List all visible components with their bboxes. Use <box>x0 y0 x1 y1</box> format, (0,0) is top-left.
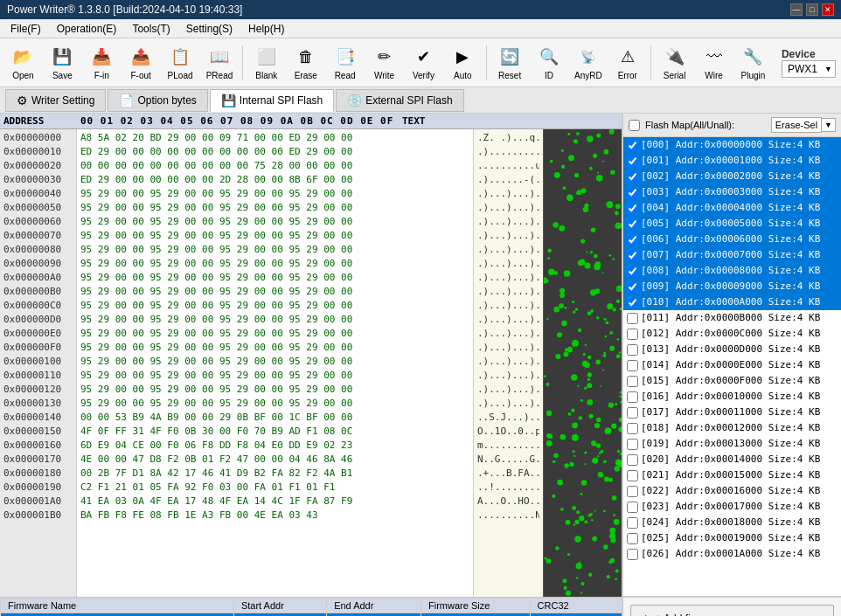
hex-bytes-cell[interactable]: 95 29 00 00 95 29 00 00 95 29 00 00 95 2… <box>80 243 469 257</box>
hex-bytes-cell[interactable]: 95 29 00 00 95 29 00 00 95 29 00 00 95 2… <box>80 355 469 369</box>
anyrd-button[interactable]: 📡 AnyRD <box>570 42 606 84</box>
menu-tools[interactable]: Tools(T) <box>125 21 177 37</box>
erase-sel-button[interactable]: Erase-Sel ▼ <box>771 117 836 133</box>
flash-list-item[interactable]: [009] Addr:0x00009000 Size:4 KB <box>623 279 841 294</box>
hex-bytes-cell[interactable]: 95 29 00 00 95 29 00 00 95 29 00 00 95 2… <box>80 313 469 327</box>
hex-bytes-cell[interactable]: 95 29 00 00 95 29 00 00 95 29 00 00 95 2… <box>80 187 469 201</box>
close-button[interactable]: ✕ <box>822 3 834 16</box>
write-button[interactable]: ✏ Write <box>366 42 402 84</box>
wire-button[interactable]: 〰 Wire <box>696 42 732 84</box>
flash-list-item[interactable]: [025] Addr:0x00019000 Size:4 KB <box>623 530 841 546</box>
plugin-button[interactable]: 🔧 Plugin <box>735 42 771 84</box>
flash-list-item[interactable]: [017] Addr:0x00011000 Size:4 KB <box>623 405 841 420</box>
hex-bytes-cell[interactable]: ED 29 00 00 00 00 00 00 00 00 00 00 ED 2… <box>80 145 469 159</box>
open-button[interactable]: 📂 Open <box>5 42 41 84</box>
hex-bytes-cell[interactable]: 95 29 00 00 95 29 00 00 95 29 00 00 95 2… <box>80 285 469 299</box>
hex-bytes-cell[interactable]: 95 29 00 00 95 29 00 00 95 29 00 00 95 2… <box>80 369 469 383</box>
flash-item-checkbox[interactable] <box>627 297 638 308</box>
flash-item-checkbox[interactable] <box>627 502 638 513</box>
flash-list-item[interactable]: [001] Addr:0x00001000 Size:4 KB <box>623 153 841 169</box>
hex-bytes-cell[interactable]: 95 29 00 00 95 29 00 00 95 29 00 00 95 2… <box>80 341 469 355</box>
flash-item-checkbox[interactable] <box>627 281 638 293</box>
flash-list-item[interactable]: [004] Addr:0x00004000 Size:4 KB <box>623 200 841 216</box>
hex-bytes-cell[interactable]: 4F 0F FF 31 4F F0 0B 30 00 F0 70 B9 AD F… <box>80 425 469 439</box>
flash-item-checkbox[interactable] <box>627 486 638 497</box>
hex-bytes-cell[interactable]: 95 29 00 00 95 29 00 00 95 29 00 00 95 2… <box>80 229 469 243</box>
flash-list-item[interactable]: [006] Addr:0x00006000 Size:4 KB <box>623 232 841 247</box>
hex-bytes-cell[interactable]: BA FB F8 FE 08 FB 1E A3 FB 00 4E EA 03 4… <box>80 509 469 523</box>
hex-bytes-cell[interactable]: ED 29 00 00 00 00 00 00 2D 28 00 00 8B 6… <box>80 173 469 187</box>
device-select[interactable]: PWX1 ▼ <box>782 60 836 78</box>
hex-bytes-cell[interactable]: 95 29 00 00 95 29 00 00 95 29 00 00 95 2… <box>80 327 469 341</box>
save-button[interactable]: 💾 Save <box>45 42 80 84</box>
hex-bytes-cell[interactable]: 6D E9 04 CE 00 F0 06 F8 DD F8 04 E0 DD E… <box>80 439 469 453</box>
id-button[interactable]: 🔍 ID <box>532 42 567 84</box>
read-button[interactable]: 📑 Read <box>327 42 363 84</box>
erase-sel-dropdown-icon[interactable]: ▼ <box>822 118 836 132</box>
flash-list-item[interactable]: [002] Addr:0x00002000 Size:4 KB <box>623 169 841 184</box>
hex-bytes-cell[interactable]: 95 29 00 00 95 29 00 00 95 29 00 00 95 2… <box>80 215 469 229</box>
flash-item-checkbox[interactable] <box>627 517 638 529</box>
tab-external-spi[interactable]: 💿 External SPI Flash <box>336 89 463 112</box>
flash-item-checkbox[interactable] <box>627 391 638 403</box>
flash-list-item[interactable]: [005] Addr:0x00005000 Size:4 KB <box>623 216 841 232</box>
flash-list-item[interactable]: [026] Addr:0x0001A000 Size:4 KB <box>623 546 841 562</box>
hex-bytes-cell[interactable]: 00 00 53 B9 4A B9 00 00 29 0B BF 00 1C B… <box>80 411 469 425</box>
serial-button[interactable]: 🔌 Serial <box>657 42 692 84</box>
flash-item-checkbox[interactable] <box>627 234 638 246</box>
flash-item-checkbox[interactable] <box>627 439 638 450</box>
flash-item-checkbox[interactable] <box>627 156 638 167</box>
flash-item-checkbox[interactable] <box>627 266 638 277</box>
flash-item-checkbox[interactable] <box>627 250 638 261</box>
flash-item-checkbox[interactable] <box>627 140 638 151</box>
flash-list-item[interactable]: [014] Addr:0x0000E000 Size:4 KB <box>623 357 841 373</box>
flash-list-item[interactable]: [011] Addr:0x0000B000 Size:4 KB <box>623 310 841 326</box>
blank-button[interactable]: ⬜ Blank <box>248 42 284 84</box>
minimize-button[interactable]: — <box>790 3 803 16</box>
menu-file[interactable]: File(F) <box>3 21 48 37</box>
flash-list-item[interactable]: [015] Addr:0x0000F000 Size:4 KB <box>623 373 841 389</box>
erase-button[interactable]: 🗑 Erase <box>288 42 323 84</box>
hex-bytes-cell[interactable]: 95 29 00 00 95 29 00 00 95 29 00 00 95 2… <box>80 201 469 215</box>
menu-help[interactable]: Help(H) <box>241 21 291 37</box>
tab-writer-setting[interactable]: ⚙ Writer Setting <box>5 89 106 112</box>
flash-list[interactable]: [000] Addr:0x00000000 Size:4 KB[001] Add… <box>623 137 841 597</box>
flash-list-item[interactable]: [016] Addr:0x00010000 Size:4 KB <box>623 389 841 405</box>
pload-button[interactable]: 📋 PLoad <box>163 42 198 84</box>
flash-list-item[interactable]: [018] Addr:0x00012000 Size:4 KB <box>623 420 841 436</box>
flash-list-item[interactable]: [019] Addr:0x00013000 Size:4 KB <box>623 436 841 452</box>
flash-item-checkbox[interactable] <box>627 407 638 419</box>
hex-bytes-cell[interactable]: 00 00 00 00 00 00 00 00 00 00 75 28 00 0… <box>80 159 469 173</box>
tab-internal-spi[interactable]: 💾 Internal SPI Flash <box>210 89 334 112</box>
error-button[interactable]: ⚠ Error <box>609 42 645 84</box>
flash-list-item[interactable]: [021] Addr:0x00015000 Size:4 KB <box>623 467 841 483</box>
flash-list-item[interactable]: [022] Addr:0x00016000 Size:4 KB <box>623 483 841 499</box>
hex-bytes-cell[interactable]: 41 EA 03 0A 4F EA 17 48 4F EA 14 4C 1F F… <box>80 495 469 509</box>
flash-item-checkbox[interactable] <box>627 470 638 481</box>
flash-list-item[interactable]: [013] Addr:0x0000D000 Size:4 KB <box>623 342 841 357</box>
flash-list-item[interactable]: [008] Addr:0x00008000 Size:4 KB <box>623 263 841 279</box>
menu-operation[interactable]: Operation(E) <box>50 21 124 37</box>
maximize-button[interactable]: □ <box>806 3 818 16</box>
flash-list-item[interactable]: [010] Addr:0x0000A000 Size:4 KB <box>623 294 841 310</box>
flash-list-item[interactable]: [000] Addr:0x00000000 Size:4 KB <box>623 137 841 153</box>
hex-bytes-cell[interactable]: A8 5A 02 20 BD 29 00 00 09 71 00 00 ED 2… <box>80 131 469 145</box>
bytes-column[interactable]: A8 5A 02 20 BD 29 00 00 09 71 00 00 ED 2… <box>77 129 473 597</box>
reset-button[interactable]: 🔄 Reset <box>492 42 528 84</box>
hex-bytes-cell[interactable]: 95 29 00 00 95 29 00 00 95 29 00 00 95 2… <box>80 397 469 411</box>
hex-bytes-cell[interactable]: 4E 00 00 47 D8 F2 0B 01 F2 47 00 00 04 4… <box>80 453 469 467</box>
hex-bytes-cell[interactable]: 00 2B 7F D1 8A 42 17 46 41 D9 B2 FA 82 F… <box>80 467 469 481</box>
flash-item-checkbox[interactable] <box>627 423 638 434</box>
flash-item-checkbox[interactable] <box>627 329 638 340</box>
flash-item-checkbox[interactable] <box>627 218 638 230</box>
flash-item-checkbox[interactable] <box>627 376 638 387</box>
verify-button[interactable]: ✔ Verify <box>406 42 441 84</box>
flash-list-item[interactable]: [023] Addr:0x00017000 Size:4 KB <box>623 499 841 515</box>
flash-item-checkbox[interactable] <box>627 203 638 214</box>
flash-item-checkbox[interactable] <box>627 549 638 560</box>
tab-option-bytes[interactable]: 📄 Option bytes <box>108 89 207 112</box>
add-firmware-button[interactable]: + + Add firmware <box>630 605 834 616</box>
fin-button[interactable]: 📥 F-in <box>84 42 120 84</box>
hex-data-area[interactable]: 0x000000000x000000100x000000200x00000030… <box>0 129 543 597</box>
hex-bytes-cell[interactable]: 95 29 00 00 95 29 00 00 95 29 00 00 95 2… <box>80 299 469 313</box>
